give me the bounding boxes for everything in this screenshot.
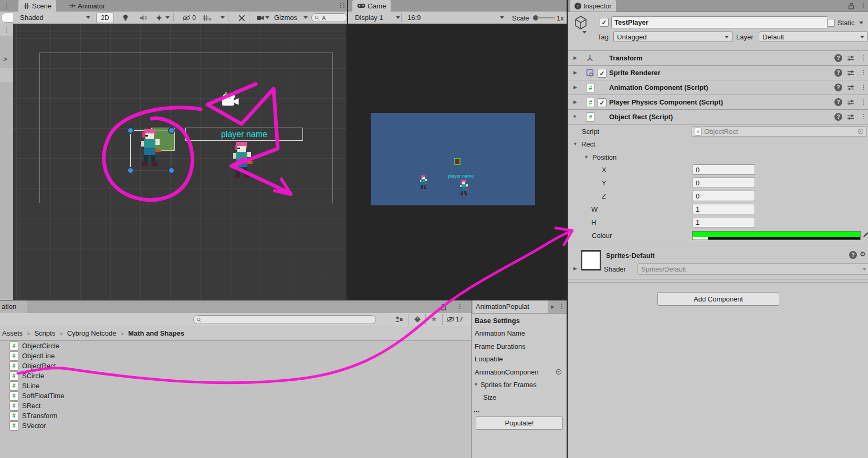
strip-kebab-icon[interactable]: ⋮ [4, 2, 10, 9]
strip-expand-chevron[interactable]: > [3, 55, 7, 63]
component-kebab-icon[interactable]: ⋮ [861, 113, 867, 120]
search-by-type-button[interactable] [395, 316, 403, 323]
scene-audio-button[interactable] [134, 13, 152, 23]
strip-kebab2-icon[interactable]: ⋮ [4, 26, 10, 34]
breadcrumb-cybrog-netcode[interactable]: Cybrog Netcode [67, 329, 117, 337]
file-objectline[interactable]: #ObjectLine [0, 351, 55, 361]
project-kebab-icon[interactable]: ⋮ [457, 303, 463, 309]
game-tab-kebab-icon[interactable]: ⋮ [341, 2, 347, 8]
scene-camera-gizmo-icon[interactable] [219, 93, 240, 107]
help-icon[interactable]: ? [834, 54, 842, 62]
position-foldout-icon[interactable]: ▼ [584, 154, 589, 160]
component-transform[interactable]: ▶ Transform ? ⋮ [568, 50, 868, 66]
effects-dropdown-arrow[interactable] [165, 16, 170, 19]
field-x-input[interactable]: 0 [693, 164, 755, 175]
component-sprite-renderer[interactable]: ▶ ✓ Sprite Renderer ? ⋮ [568, 65, 868, 80]
file-objectcircle[interactable]: #ObjectCircle [0, 341, 59, 351]
game-viewport[interactable]: player name [348, 24, 567, 300]
component-enabled-checkbox[interactable]: ✓ [598, 98, 606, 107]
tab-scene[interactable]: Scene [18, 0, 56, 12]
selection-handle-tl[interactable] [127, 127, 134, 134]
component-animation-component[interactable]: ▶ # Animation Component (Script) ? ⋮ [568, 80, 868, 95]
script-object-field[interactable]: # ObjectRect [692, 126, 867, 137]
presets-icon[interactable] [847, 114, 854, 120]
lock-icon[interactable] [440, 304, 446, 310]
component-kebab-icon[interactable]: ⋮ [861, 84, 867, 90]
colour-swatch[interactable] [692, 231, 861, 240]
object-picker-icon[interactable] [857, 128, 864, 134]
camera-dropdown-arrow[interactable] [265, 16, 269, 19]
eyedropper-icon[interactable] [862, 232, 868, 239]
scene-tools-button[interactable] [232, 13, 251, 23]
grid-dropdown-arrow[interactable] [221, 16, 225, 19]
scene-viewport[interactable]: player name [13, 24, 347, 300]
tab-animator[interactable]: Animator [64, 0, 110, 12]
populate-kebab-icon[interactable]: ⋮ [559, 303, 565, 309]
object-picker-icon[interactable] [556, 369, 562, 375]
populate-base-settings[interactable]: Base Settings [475, 314, 564, 327]
file-sline[interactable]: #SLine [0, 381, 39, 391]
presets-icon[interactable] [847, 70, 854, 76]
file-srect[interactable]: #SRect [0, 401, 40, 411]
component-kebab-icon[interactable]: ⋮ [861, 99, 867, 105]
player-name-box[interactable]: player name [185, 128, 303, 141]
help-icon[interactable]: ? [834, 84, 842, 91]
tag-dropdown[interactable]: Untagged [613, 32, 733, 42]
gameobject-name-field[interactable]: TestPlayer [611, 16, 828, 28]
layer-dropdown[interactable]: Default [759, 32, 868, 42]
file-softfloattime[interactable]: #SoftFloatTime [0, 391, 64, 401]
player-sprite-2[interactable] [231, 141, 253, 181]
gizmos-dropdown[interactable]: Gizmos [270, 13, 311, 23]
breadcrumb-assets[interactable]: Assets [2, 329, 23, 337]
populate-animation-name[interactable]: Animation Name [475, 327, 564, 339]
lock-icon[interactable] [848, 3, 854, 9]
gear-icon[interactable]: ⚙ [860, 250, 866, 258]
foldout-open-icon[interactable]: ▼ [572, 114, 577, 119]
presets-icon[interactable] [847, 99, 854, 106]
populate-frame-durations[interactable]: Frame Durations [475, 340, 564, 352]
help-icon[interactable]: ? [834, 98, 842, 106]
presets-icon[interactable] [847, 55, 854, 61]
tab-inspector[interactable]: i Inspector [570, 0, 616, 12]
scene-lighting-button[interactable] [117, 13, 134, 23]
search-by-label-button[interactable] [414, 316, 421, 323]
scene-search-input[interactable]: A [311, 13, 347, 22]
material-preview-swatch[interactable] [581, 250, 601, 270]
selection-handle-tr[interactable] [168, 127, 175, 134]
foldout-closed-icon[interactable]: ▶ [573, 85, 577, 90]
scale-slider-track[interactable] [537, 17, 555, 18]
inspector-kebab-icon[interactable]: ⋮ [860, 2, 866, 8]
position-foldout-label[interactable]: Position [592, 153, 616, 161]
field-w-input[interactable]: 1 [693, 204, 755, 214]
help-icon[interactable]: ? [849, 251, 857, 259]
hidden-packages-toggle[interactable]: 17 [446, 316, 463, 323]
field-z-input[interactable]: 0 [693, 191, 755, 201]
help-icon[interactable]: ? [834, 113, 842, 121]
material-expand-icon[interactable]: ▶ [573, 266, 577, 271]
gameobject-icon-dropdown-arrow[interactable] [582, 31, 587, 34]
selection-handle-br[interactable] [168, 167, 175, 174]
populate-tab-label[interactable]: AnimationPopulat [476, 303, 548, 310]
rect-foldout-icon[interactable]: ▼ [573, 141, 578, 147]
add-component-button[interactable]: Add Component [657, 292, 779, 306]
populate-tab-expand-icon[interactable]: ▶ [551, 304, 555, 309]
2d-toggle-button[interactable]: 2D [96, 13, 114, 23]
component-object-rect[interactable]: ▼ # Object Rect (Script) ? ⋮ [568, 109, 868, 125]
populate-sprites-foldout[interactable]: ▼ Sprites for Frames [474, 378, 563, 391]
file-stransform[interactable]: #STransform [0, 411, 57, 421]
breadcrumb-current-folder[interactable]: Math and Shapes [128, 329, 184, 337]
project-search-input[interactable] [193, 315, 376, 324]
static-dropdown-arrow[interactable] [859, 22, 863, 24]
file-objectrect[interactable]: #ObjectRect [0, 361, 56, 371]
presets-icon[interactable] [847, 85, 854, 91]
populate-button[interactable]: Populate! [476, 417, 563, 430]
project-tab-label[interactable]: ation [2, 303, 16, 310]
gameobject-active-checkbox[interactable]: ✓ [600, 18, 609, 27]
shader-dropdown[interactable]: Sprites/Default [637, 263, 868, 275]
file-scircle[interactable]: #SCircle [0, 371, 44, 381]
foldout-closed-icon[interactable]: ▶ [573, 99, 577, 105]
foldout-closed-icon[interactable]: ▶ [573, 55, 577, 60]
tab-game[interactable]: Game [352, 0, 391, 12]
scene-grid-visual-button[interactable]: Y [198, 13, 216, 23]
selection-handle-bl[interactable] [127, 167, 134, 174]
